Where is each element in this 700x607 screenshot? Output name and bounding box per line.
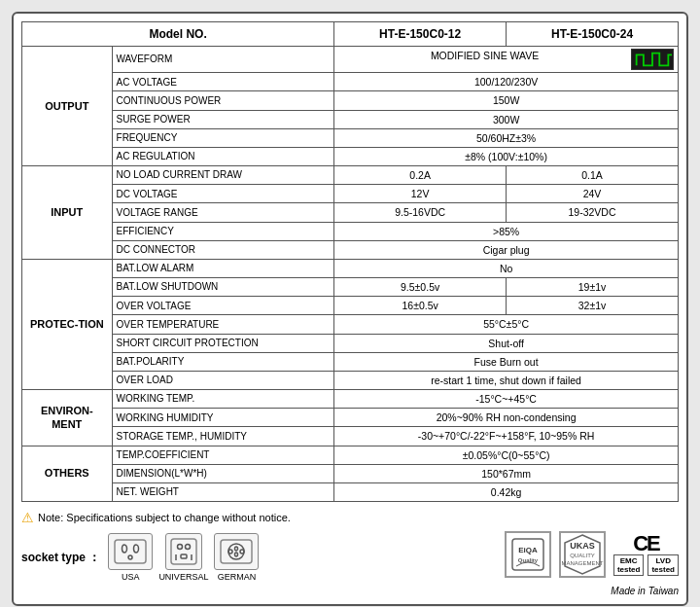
param-value-col1: 9.5±0.5v (334, 278, 507, 297)
param-label: WORKING TEMP. (112, 390, 334, 409)
param-label: WAVEFORM (112, 47, 334, 73)
param-value: No (334, 259, 679, 277)
warning-icon: ⚠ (21, 510, 34, 525)
param-label: EFFICIENCY (112, 222, 334, 240)
socket-german-box (214, 533, 259, 570)
param-value-col2: 19±1v (507, 278, 679, 297)
socket-items: USA UNIVERSAL (108, 533, 259, 582)
svg-point-2 (134, 545, 139, 553)
param-label: AC REGULATION (112, 147, 334, 165)
socket-usa-item: USA (108, 533, 153, 582)
note-section: ⚠ Note: Specifications subject to change… (21, 508, 679, 527)
table-row: STORAGE TEMP., HUMIDITY-30~+70°C/-22°F~+… (22, 427, 679, 446)
table-row: OVER TEMPERATURE55°C±5°C (22, 315, 679, 334)
svg-point-15 (235, 553, 238, 556)
param-value-col1: 16±0.5v (334, 297, 507, 315)
table-row: NET. WEIGHT0.42kg (22, 482, 679, 501)
table-row: DC VOLTAGE12V24V (22, 185, 679, 203)
table-row: DC CONNECTORCigar plug (22, 240, 679, 259)
table-row: OVER LOADre-start 1 time, shut down if f… (22, 371, 679, 389)
svg-point-6 (185, 545, 190, 550)
svg-text:EiQA: EiQA (518, 546, 538, 554)
param-label: WORKING HUMIDITY (112, 409, 334, 427)
param-value: 100/120/230V (334, 73, 679, 91)
param-value: Cigar plug (334, 240, 679, 259)
table-row: CONTINUOUS POWER150W (22, 91, 679, 110)
table-row: SURGE POWER300W (22, 110, 679, 128)
param-label: BAT.LOW ALARM (112, 259, 334, 277)
param-value-col2: 24V (507, 185, 679, 203)
table-row: BAT.POLARITYFuse Burn out (22, 352, 679, 371)
param-label: OVER LOAD (112, 371, 334, 389)
param-label: VOLTAGE RANGE (112, 203, 334, 222)
param-label: STORAGE TEMP., HUMIDITY (112, 427, 334, 446)
table-row: EFFICIENCY>85% (22, 222, 679, 240)
ce-mark: CE (633, 533, 659, 554)
param-label: CONTINUOUS POWER (112, 91, 334, 110)
svg-rect-7 (181, 554, 187, 558)
made-in: Made in Taiwan (21, 586, 679, 596)
emc-lvd-row: EMC tested LVD tested (613, 554, 679, 576)
socket-usa-box (108, 533, 153, 570)
param-label: BAT.LOW SHUTDOWN (112, 278, 334, 297)
param-value: -30~+70°C/-22°F~+158°F, 10~95% RH (334, 427, 679, 446)
table-row: INPUTNO LOAD CURRENT DRAW0.2A0.1A (22, 166, 679, 185)
table-row: PROTEC-TIONBAT.LOW ALARMNo (22, 259, 679, 277)
param-value: 55°C±5°C (334, 315, 679, 334)
svg-rect-4 (171, 539, 196, 564)
param-value-col1: 12V (334, 185, 507, 203)
table-row: ENVIRON-MENTWORKING TEMP.-15°C~+45°C (22, 390, 679, 409)
svg-point-1 (122, 545, 127, 553)
table-row: FREQUENCY50/60HZ±3% (22, 128, 679, 147)
param-value: -15°C~+45°C (334, 390, 679, 409)
badges-section: EiQA Quality UKAS QUALITY MANAGEMENT CE (505, 531, 679, 578)
param-value: ±8% (100V:±10%) (334, 147, 679, 165)
col2-header: HT-E-150C0-24 (507, 22, 679, 47)
param-value: re-start 1 time, shut down if failed (334, 371, 679, 389)
table-row: OTHERSTEMP.COEFFICIENT±0.05%°C(0~55°C) (22, 446, 679, 464)
table-row: AC VOLTAGE100/120/230V (22, 73, 679, 91)
svg-point-13 (240, 550, 244, 553)
param-value-col1: 9.5-16VDC (334, 203, 507, 222)
param-label: SURGE POWER (112, 110, 334, 128)
svg-point-12 (228, 550, 232, 553)
param-label: OVER TEMPERATURE (112, 315, 334, 334)
svg-point-3 (128, 555, 132, 559)
bottom-row: socket type ： USA (21, 527, 679, 582)
lvd-sub: tested (651, 565, 675, 574)
param-value: 150W (334, 91, 679, 110)
table-row: BAT.LOW SHUTDOWN9.5±0.5v19±1v (22, 278, 679, 297)
table-row: OVER VOLTAGE16±0.5v32±1v (22, 297, 679, 315)
svg-text:QUALITY: QUALITY (570, 553, 595, 558)
param-label: SHORT CIRCUIT PROTECTION (112, 334, 334, 352)
table-row: AC REGULATION±8% (100V:±10%) (22, 147, 679, 165)
param-value-col2: 32±1v (507, 297, 679, 315)
param-value: Fuse Burn out (334, 352, 679, 371)
svg-text:MANAGEMENT: MANAGEMENT (561, 560, 603, 566)
section-group-input: INPUT (22, 166, 113, 260)
param-value-col2: 0.1A (507, 166, 679, 185)
param-value-col2: 19-32VDC (507, 203, 679, 222)
param-label: DIMENSION(L*W*H) (112, 464, 334, 482)
param-label: AC VOLTAGE (112, 73, 334, 91)
param-value: 300W (334, 110, 679, 128)
param-value: >85% (334, 222, 679, 240)
param-value: 20%~90% RH non-condensing (334, 409, 679, 427)
table-row: DIMENSION(L*W*H)150*67mm (22, 464, 679, 482)
svg-point-5 (177, 545, 182, 550)
spec-card: Model NO. HT-E-150C0-12 HT-E-150C0-24 OU… (12, 12, 688, 606)
table-row: SHORT CIRCUIT PROTECTIONShut-off (22, 334, 679, 352)
model-no-header: Model NO. (22, 22, 334, 47)
eqa-badge: EiQA Quality (505, 531, 551, 578)
socket-usa-label: USA (122, 572, 140, 582)
ce-badge: CE EMC tested LVD tested (613, 533, 679, 576)
col1-header: HT-E-150C0-12 (334, 22, 507, 47)
socket-label: socket type ： (21, 550, 100, 566)
param-label: OVER VOLTAGE (112, 297, 334, 315)
socket-german-item: GERMAN (214, 533, 259, 582)
socket-section: socket type ： USA (21, 533, 259, 582)
section-group-output: OUTPUT (22, 47, 113, 166)
socket-universal-item: UNIVERSAL (158, 533, 208, 582)
ukas-badge: UKAS QUALITY MANAGEMENT (559, 531, 606, 578)
section-group-protection: PROTEC-TION (22, 259, 113, 389)
